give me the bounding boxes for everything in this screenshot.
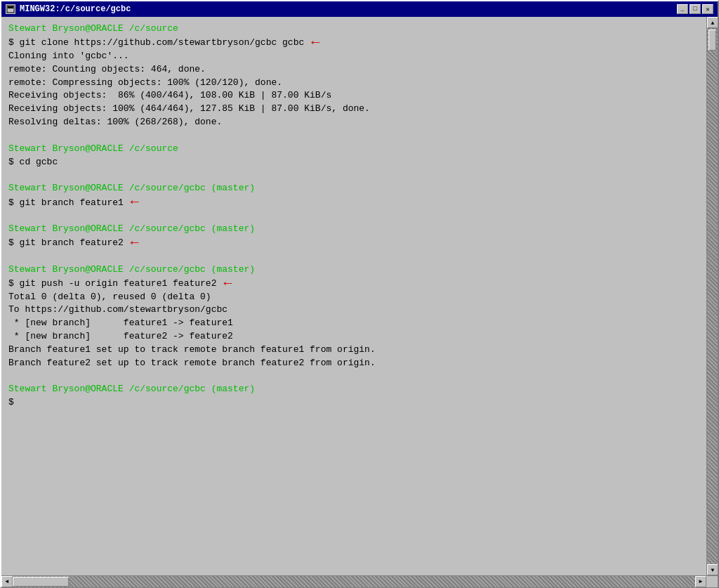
scrollbar-corner [706, 576, 718, 587]
terminal-line: Branch feature2 set up to track remote b… [8, 357, 699, 370]
svg-rect-1 [8, 6, 13, 8]
scroll-track-vertical[interactable] [707, 28, 718, 564]
terminal-line: $ cd gcbc [8, 156, 699, 169]
terminal-line [8, 169, 699, 182]
terminal-line: Stewart Bryson@ORACLE /c/source/gcbc (ma… [8, 223, 699, 236]
command-with-arrow: $ git branch feature1← [8, 195, 699, 209]
scroll-down-button[interactable]: ▼ [707, 564, 718, 575]
command-text: $ git clone https://github.com/stewartbr… [8, 37, 304, 48]
maximize-button[interactable]: □ [690, 4, 701, 14]
terminal-line: Total 0 (delta 0), reused 0 (delta 0) [8, 291, 699, 304]
annotation-arrow: ← [311, 36, 319, 50]
terminal-line: Resolving deltas: 100% (268/268), done. [8, 116, 699, 129]
window-title: MINGW32:/c/source/gcbc [20, 4, 131, 14]
close-button[interactable]: ✕ [702, 4, 713, 14]
scroll-left-button[interactable]: ◄ [1, 576, 13, 587]
title-bar: MINGW32:/c/source/gcbc _ □ ✕ [1, 1, 718, 17]
scroll-thumb-horizontal[interactable] [13, 577, 69, 587]
terminal-line [8, 129, 699, 143]
terminal-line [8, 209, 699, 223]
terminal-line [8, 250, 699, 263]
window-controls: _ □ ✕ [677, 4, 713, 14]
terminal-line: * [new branch] feature2 -> feature2 [8, 330, 699, 344]
content-area: Stewart Bryson@ORACLE /c/source$ git clo… [1, 17, 718, 575]
terminal-line: * [new branch] feature1 -> feature1 [8, 317, 699, 330]
terminal-line: Stewart Bryson@ORACLE /c/source [8, 143, 699, 156]
terminal-line: To https://github.com/stewartbryson/gcbc [8, 303, 699, 317]
terminal-line: Receiving objects: 86% (400/464), 108.00… [8, 89, 699, 103]
terminal-line: Stewart Bryson@ORACLE /c/source/gcbc (ma… [8, 383, 699, 396]
terminal-line: remote: Counting objects: 464, done. [8, 63, 699, 77]
scroll-thumb-vertical[interactable] [708, 30, 716, 51]
minimize-button[interactable]: _ [677, 4, 688, 14]
terminal-line: Stewart Bryson@ORACLE /c/source [8, 22, 699, 36]
terminal-line: remote: Compressing objects: 100% (120/1… [8, 77, 699, 90]
scroll-track-horizontal[interactable] [13, 576, 695, 587]
terminal-line: Branch feature1 set up to track remote b… [8, 344, 699, 357]
command-text: $ git branch feature2 [8, 237, 124, 248]
terminal-output[interactable]: Stewart Bryson@ORACLE /c/source$ git clo… [1, 17, 706, 575]
command-with-arrow: $ git clone https://github.com/stewartbr… [8, 36, 699, 50]
scroll-up-button[interactable]: ▲ [707, 17, 718, 28]
terminal-line: Stewart Bryson@ORACLE /c/source/gcbc (ma… [8, 263, 699, 277]
annotation-arrow: ← [131, 195, 139, 209]
annotation-arrow: ← [131, 236, 139, 250]
bottom-area: ◄ ► [1, 575, 718, 587]
scroll-right-button[interactable]: ► [695, 576, 706, 587]
command-text: $ git push -u origin feature1 feature2 [8, 278, 216, 289]
vertical-scrollbar[interactable]: ▲ ▼ [706, 17, 718, 575]
command-with-arrow: $ git push -u origin feature1 feature2← [8, 277, 699, 291]
horizontal-scrollbar[interactable]: ◄ ► [1, 576, 706, 587]
command-with-arrow: $ git branch feature2← [8, 236, 699, 250]
terminal-window: MINGW32:/c/source/gcbc _ □ ✕ Stewart Bry… [0, 0, 719, 588]
terminal-line: Receiving objects: 100% (464/464), 127.8… [8, 103, 699, 116]
command-text: $ git branch feature1 [8, 197, 124, 208]
window-icon [6, 4, 15, 14]
terminal-line: Cloning into 'gcbc'... [8, 50, 699, 63]
annotation-arrow: ← [223, 277, 232, 291]
terminal-line: Stewart Bryson@ORACLE /c/source/gcbc (ma… [8, 182, 699, 195]
terminal-line: $ [8, 396, 699, 410]
title-bar-left: MINGW32:/c/source/gcbc [6, 4, 131, 14]
terminal-line [8, 370, 699, 384]
